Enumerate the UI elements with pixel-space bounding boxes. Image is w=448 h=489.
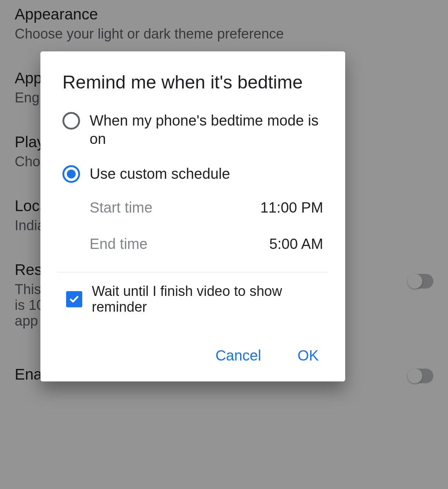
end-time-label: End time	[90, 236, 148, 252]
end-time-value: 5:00 AM	[269, 236, 323, 252]
start-time-row[interactable]: Start time 11:00 PM	[40, 199, 345, 216]
end-time-row[interactable]: End time 5:00 AM	[40, 236, 345, 252]
wait-finish-checkbox-row[interactable]: Wait until I finish video to show remind…	[40, 283, 345, 315]
radio-checked-icon	[62, 165, 80, 183]
radio-option-custom-schedule[interactable]: Use custom schedule	[40, 164, 345, 183]
divider	[57, 272, 329, 272]
dialog-button-row: Cancel OK	[40, 344, 345, 367]
ok-button[interactable]: OK	[293, 344, 323, 367]
dialog-title: Remind me when it's bedtime	[40, 72, 345, 93]
start-time-label: Start time	[90, 199, 152, 216]
bedtime-reminder-dialog: Remind me when it's bedtime When my phon…	[40, 51, 345, 381]
radio-label: Use custom schedule	[90, 164, 230, 183]
checkbox-label: Wait until I finish video to show remind…	[92, 283, 323, 315]
cancel-button[interactable]: Cancel	[211, 344, 266, 367]
start-time-value: 11:00 PM	[260, 199, 323, 216]
checkbox-checked-icon	[66, 291, 82, 307]
radio-unchecked-icon	[62, 112, 80, 130]
radio-option-bedtime-mode[interactable]: When my phone's bedtime mode is on	[40, 111, 345, 148]
radio-label: When my phone's bedtime mode is on	[90, 111, 323, 148]
